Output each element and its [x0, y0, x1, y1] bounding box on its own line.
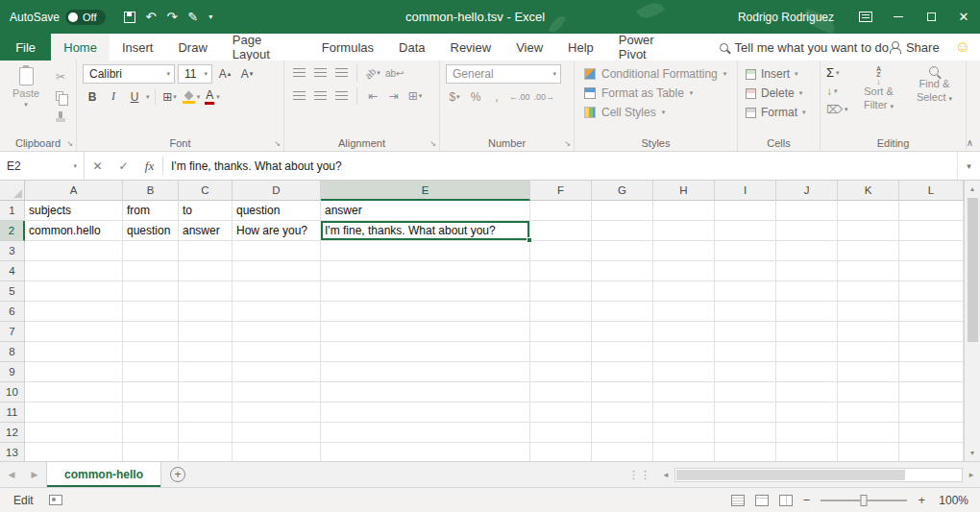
collapse-ribbon-button[interactable]: ∧: [967, 137, 973, 148]
cell-G13[interactable]: [592, 443, 653, 461]
cell-A11[interactable]: [25, 402, 123, 423]
formula-input[interactable]: I'm fine, thanks. What about you?: [163, 152, 957, 180]
currency-format-button[interactable]: $▾: [446, 88, 463, 105]
align-left-button[interactable]: [290, 88, 307, 105]
cell-G1[interactable]: [592, 201, 653, 221]
minimize-button[interactable]: [882, 0, 915, 34]
cell-B3[interactable]: [123, 241, 179, 261]
cell-F6[interactable]: [530, 302, 592, 322]
column-header-I[interactable]: I: [715, 181, 776, 201]
cell-K13[interactable]: [838, 443, 899, 461]
normal-view-button[interactable]: [731, 495, 745, 506]
cell-D13[interactable]: [233, 443, 321, 461]
cell-B9[interactable]: [123, 362, 179, 382]
tab-home[interactable]: Home: [51, 34, 110, 61]
cell-E9[interactable]: [321, 362, 530, 382]
cell-J4[interactable]: [776, 261, 838, 281]
cell-C3[interactable]: [179, 241, 233, 261]
row-header-9[interactable]: 9: [0, 362, 25, 382]
cell-F11[interactable]: [530, 402, 592, 423]
cell-B11[interactable]: [123, 402, 179, 423]
cell-H1[interactable]: [653, 201, 715, 221]
cell-G7[interactable]: [592, 322, 653, 342]
align-right-button[interactable]: [332, 88, 350, 105]
font-size-combo[interactable]: 11 ▾: [178, 64, 212, 84]
align-center-button[interactable]: [311, 88, 329, 105]
italic-button[interactable]: I: [104, 87, 123, 106]
column-header-B[interactable]: B: [123, 181, 179, 201]
cell-J9[interactable]: [776, 362, 838, 382]
autosave-toggle[interactable]: AutoSave Off: [10, 10, 106, 25]
cell-H11[interactable]: [653, 402, 715, 423]
page-break-preview-button[interactable]: [779, 495, 793, 506]
top-align-button[interactable]: [290, 65, 307, 82]
cell-H12[interactable]: [653, 423, 715, 443]
tab-power-pivot[interactable]: Power Pivot: [606, 34, 693, 61]
cell-C6[interactable]: [179, 302, 233, 322]
horizontal-scroll-thumb[interactable]: [676, 470, 905, 480]
previous-sheet-arrow[interactable]: ◀: [0, 462, 23, 487]
cell-G12[interactable]: [592, 423, 653, 443]
cell-B8[interactable]: [123, 342, 179, 362]
cell-F12[interactable]: [530, 423, 592, 443]
cell-G8[interactable]: [592, 342, 653, 362]
cell-L2[interactable]: [899, 221, 964, 241]
scrollbar-resize-handle[interactable]: ⋮⋮: [623, 462, 657, 487]
cell-J8[interactable]: [776, 342, 838, 362]
bottom-align-button[interactable]: [332, 65, 350, 82]
cell-B5[interactable]: [123, 281, 179, 302]
paste-button[interactable]: Paste ▾: [6, 64, 46, 123]
cell-E6[interactable]: [321, 302, 530, 322]
row-header-5[interactable]: 5: [0, 281, 25, 302]
cell-I13[interactable]: [715, 443, 776, 461]
tab-page-layout[interactable]: Page Layout: [220, 34, 309, 61]
row-header-6[interactable]: 6: [0, 302, 25, 322]
column-header-J[interactable]: J: [776, 181, 838, 201]
cell-A9[interactable]: [25, 362, 123, 382]
cell-L13[interactable]: [899, 443, 964, 461]
cell-I1[interactable]: [715, 201, 776, 221]
tab-help[interactable]: Help: [555, 34, 606, 61]
cell-J1[interactable]: [776, 201, 838, 221]
cell-F10[interactable]: [530, 382, 592, 402]
tell-me-box[interactable]: Tell me what you want to do: [720, 34, 889, 61]
cell-L6[interactable]: [899, 302, 964, 322]
cell-H10[interactable]: [653, 382, 715, 402]
zoom-level[interactable]: 100%: [936, 494, 968, 507]
cell-K2[interactable]: [838, 221, 899, 241]
cell-E4[interactable]: [321, 261, 530, 281]
cell-I11[interactable]: [715, 402, 776, 423]
cell-L5[interactable]: [899, 281, 964, 302]
decrease-indent-button[interactable]: ⇤: [364, 88, 381, 105]
expand-formula-bar-button[interactable]: ▾: [957, 152, 980, 180]
scroll-right-arrow[interactable]: ▸: [963, 462, 980, 487]
cell-J10[interactable]: [776, 382, 838, 402]
scroll-down-arrow[interactable]: ▾: [965, 445, 980, 461]
row-header-2[interactable]: 2: [0, 221, 25, 241]
cell-B7[interactable]: [123, 322, 179, 342]
cell-B13[interactable]: [123, 443, 179, 461]
cell-I8[interactable]: [715, 342, 776, 362]
cell-F1[interactable]: [530, 201, 592, 221]
cell-K11[interactable]: [838, 402, 899, 423]
cell-L7[interactable]: [899, 322, 964, 342]
cell-B12[interactable]: [123, 423, 179, 443]
cell-L9[interactable]: [899, 362, 964, 382]
copy-button[interactable]: [50, 87, 71, 104]
cell-A3[interactable]: [25, 241, 123, 261]
cell-C9[interactable]: [179, 362, 233, 382]
cell-J3[interactable]: [776, 241, 838, 261]
column-header-K[interactable]: K: [838, 181, 899, 201]
row-header-11[interactable]: 11: [0, 402, 25, 423]
page-layout-view-button[interactable]: [755, 495, 769, 506]
cell-H9[interactable]: [653, 362, 715, 382]
cell-J12[interactable]: [776, 423, 838, 443]
column-header-E[interactable]: E: [321, 181, 530, 201]
cell-A6[interactable]: [25, 302, 123, 322]
cut-button[interactable]: ✂: [50, 68, 71, 85]
cell-A1[interactable]: subjects: [25, 201, 123, 221]
cell-G11[interactable]: [592, 402, 653, 423]
cell-A8[interactable]: [25, 342, 123, 362]
find-select-button[interactable]: Find & Select ▾: [909, 64, 959, 117]
cell-L8[interactable]: [899, 342, 964, 362]
